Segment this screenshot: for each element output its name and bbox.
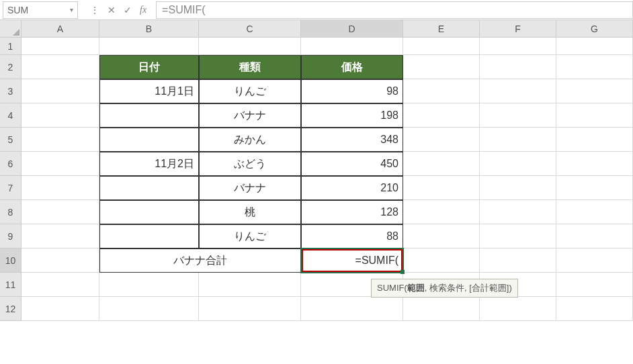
row-header-10[interactable]: 10 <box>0 248 22 273</box>
cell[interactable] <box>22 224 99 248</box>
table-header-kind[interactable]: 種類 <box>199 55 301 79</box>
cell[interactable] <box>556 128 633 152</box>
formula-input[interactable]: =SUMIF( <box>156 1 633 19</box>
cell[interactable] <box>99 273 199 297</box>
cell[interactable] <box>22 297 99 321</box>
cell[interactable] <box>403 248 480 273</box>
cell[interactable] <box>556 176 633 200</box>
col-header-g[interactable]: G <box>556 20 633 38</box>
active-formula-cell[interactable]: =SUMIF( <box>301 248 403 273</box>
row-header-4[interactable]: 4 <box>0 103 22 128</box>
cell[interactable] <box>403 176 480 200</box>
cell[interactable] <box>199 38 301 55</box>
spreadsheet-grid[interactable]: A B C D E F G 1 2 日付 種類 価格 <box>0 20 633 321</box>
cell[interactable] <box>199 273 301 297</box>
cell[interactable] <box>556 55 633 79</box>
select-all-corner[interactable] <box>0 20 22 38</box>
row-header-6[interactable]: 6 <box>0 152 22 176</box>
date-cell[interactable] <box>99 224 199 248</box>
kind-cell[interactable]: りんご <box>199 79 301 103</box>
cell[interactable] <box>403 103 480 128</box>
col-header-e[interactable]: E <box>403 20 480 38</box>
date-cell[interactable] <box>99 128 199 152</box>
cell[interactable] <box>480 103 556 128</box>
row-header-9[interactable]: 9 <box>0 224 22 248</box>
row-header-2[interactable]: 2 <box>0 55 22 79</box>
enter-icon[interactable]: ✓ <box>124 5 132 15</box>
cell[interactable] <box>22 79 99 103</box>
cell[interactable] <box>99 38 199 55</box>
cell[interactable] <box>403 38 480 55</box>
table-header-price[interactable]: 価格 <box>301 55 403 79</box>
cell[interactable] <box>556 224 633 248</box>
date-cell[interactable] <box>99 200 199 224</box>
cell[interactable] <box>199 297 301 321</box>
cell[interactable] <box>22 152 99 176</box>
cell[interactable] <box>22 103 99 128</box>
cell[interactable] <box>403 297 480 321</box>
cell[interactable] <box>480 200 556 224</box>
date-cell[interactable]: 11月2日 <box>99 152 199 176</box>
fx-icon[interactable]: fx <box>140 5 146 15</box>
cell[interactable] <box>556 297 633 321</box>
row-header-12[interactable]: 12 <box>0 297 22 321</box>
price-cell[interactable]: 128 <box>301 200 403 224</box>
date-cell[interactable] <box>99 103 199 128</box>
cell[interactable] <box>403 200 480 224</box>
cell[interactable] <box>480 152 556 176</box>
cell[interactable] <box>556 200 633 224</box>
row-header-7[interactable]: 7 <box>0 176 22 200</box>
cancel-icon[interactable]: ✕ <box>108 5 116 15</box>
price-cell[interactable]: 98 <box>301 79 403 103</box>
price-cell[interactable]: 450 <box>301 152 403 176</box>
cell[interactable] <box>480 248 556 273</box>
cell[interactable] <box>22 248 99 273</box>
table-header-date[interactable]: 日付 <box>99 55 199 79</box>
kind-cell[interactable]: ぶどう <box>199 152 301 176</box>
cell[interactable] <box>556 248 633 273</box>
cell[interactable] <box>556 38 633 55</box>
row-header-11[interactable]: 11 <box>0 273 22 297</box>
cell[interactable] <box>22 273 99 297</box>
row-header-8[interactable]: 8 <box>0 200 22 224</box>
price-cell[interactable]: 198 <box>301 103 403 128</box>
kind-cell[interactable]: バナナ <box>199 103 301 128</box>
price-cell[interactable]: 210 <box>301 176 403 200</box>
menu-dots-icon[interactable]: ⋮ <box>90 5 99 15</box>
col-header-d[interactable]: D <box>301 20 403 38</box>
cell[interactable] <box>480 38 556 55</box>
date-cell[interactable] <box>99 176 199 200</box>
cell[interactable] <box>22 176 99 200</box>
col-header-c[interactable]: C <box>199 20 301 38</box>
cell[interactable] <box>301 38 403 55</box>
cell[interactable] <box>403 152 480 176</box>
col-header-b[interactable]: B <box>99 20 199 38</box>
cell[interactable] <box>556 152 633 176</box>
row-header-3[interactable]: 3 <box>0 79 22 103</box>
kind-cell[interactable]: りんご <box>199 224 301 248</box>
kind-cell[interactable]: 桃 <box>199 200 301 224</box>
cell[interactable] <box>480 224 556 248</box>
cell[interactable] <box>403 55 480 79</box>
price-cell[interactable]: 88 <box>301 224 403 248</box>
kind-cell[interactable]: バナナ <box>199 176 301 200</box>
cell[interactable] <box>22 55 99 79</box>
col-header-f[interactable]: F <box>480 20 556 38</box>
dropdown-icon[interactable]: ▾ <box>70 6 73 13</box>
cell[interactable] <box>403 224 480 248</box>
cell[interactable] <box>480 128 556 152</box>
cell[interactable] <box>556 79 633 103</box>
row-header-1[interactable]: 1 <box>0 38 22 55</box>
name-box[interactable]: SUM ▾ <box>3 1 78 19</box>
cell[interactable] <box>22 200 99 224</box>
cell[interactable] <box>403 79 480 103</box>
col-header-a[interactable]: A <box>22 20 99 38</box>
cell[interactable] <box>301 297 403 321</box>
cell[interactable] <box>556 273 633 297</box>
cell[interactable] <box>99 297 199 321</box>
cell[interactable] <box>480 176 556 200</box>
total-label-cell[interactable]: バナナ合計 <box>99 248 301 273</box>
cell[interactable] <box>22 128 99 152</box>
price-cell[interactable]: 348 <box>301 128 403 152</box>
cell[interactable] <box>480 79 556 103</box>
